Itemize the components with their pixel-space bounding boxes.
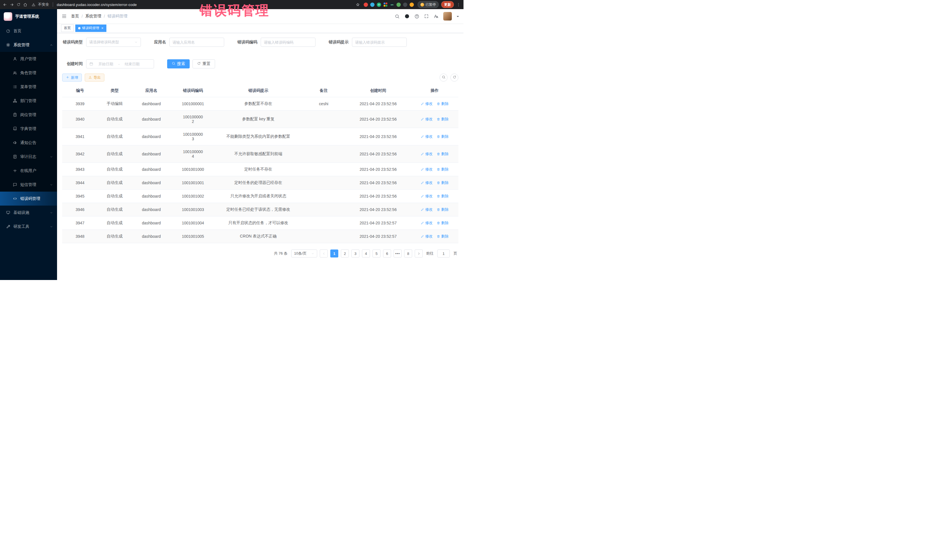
page-button-3[interactable]: 3 (351, 249, 359, 258)
error-code-input[interactable] (264, 40, 312, 44)
date-range-picker[interactable]: - (86, 59, 154, 68)
profile-avatar-icon[interactable] (410, 3, 414, 7)
update-button[interactable]: 更新 (441, 1, 454, 8)
table-toolbar: 新增 导出 (62, 74, 458, 82)
next-page-button[interactable] (415, 249, 423, 258)
caret-down-icon[interactable] (457, 16, 459, 18)
extension-red-icon[interactable] (364, 3, 368, 7)
sidebar-item-notice[interactable]: 通知公告 (0, 136, 57, 150)
edit-link[interactable]: 修改 (421, 194, 433, 199)
breadcrumb-item[interactable]: 首页 (71, 14, 79, 19)
sidebar-item-menu[interactable]: 菜单管理 (0, 80, 57, 94)
table-header-row: 编号类型应用名错误码编码错误码提示备注创建时间操作 (62, 84, 458, 97)
browser-menu-kebab-icon[interactable] (456, 3, 460, 7)
extension-dark-icon[interactable] (403, 3, 407, 7)
app-logo[interactable]: 芋道管理系统 (0, 9, 57, 24)
calendar-icon (89, 62, 93, 66)
forward-icon[interactable] (10, 3, 14, 7)
table-cell: 3947 (62, 216, 98, 230)
help-icon[interactable] (415, 14, 419, 19)
home-icon[interactable] (23, 3, 27, 7)
edit-link[interactable]: 修改 (421, 207, 433, 212)
edit-link[interactable]: 修改 (421, 234, 433, 239)
extension-leaf-icon[interactable] (397, 3, 401, 7)
sidebar-item-audit[interactable]: 审计日志 (0, 150, 57, 164)
table-cell: 2021-04-20 23:52:56 (345, 146, 411, 163)
end-date-input[interactable] (122, 62, 143, 66)
tag-home[interactable]: 首页 (61, 24, 74, 32)
page-button-4[interactable]: 4 (362, 249, 370, 258)
edit-link[interactable]: 修改 (421, 117, 433, 122)
error-hint-input[interactable] (355, 40, 404, 44)
table-cell: dashboard (132, 128, 171, 146)
export-button[interactable]: 导出 (85, 74, 104, 82)
add-button[interactable]: 新增 (62, 74, 82, 82)
hamburger-icon[interactable] (62, 14, 67, 19)
github-icon[interactable] (404, 14, 410, 19)
app-name-input[interactable] (173, 40, 221, 44)
page-button-1[interactable]: 1 (330, 249, 338, 258)
tag-error-code[interactable]: 错误码管理× (75, 24, 106, 32)
delete-link[interactable]: 删除 (437, 117, 449, 122)
sidebar-item-home[interactable]: 首页 (0, 24, 57, 38)
search-button-label: 搜索 (177, 61, 185, 67)
error-type-select[interactable]: 请选择错误码类型 (86, 38, 141, 47)
search-icon[interactable] (395, 14, 400, 19)
goto-page-input[interactable] (437, 249, 450, 258)
breadcrumb-item[interactable]: 系统管理 (85, 14, 101, 19)
sidebar-item-online[interactable]: 在线用户 (0, 164, 57, 178)
delete-link[interactable]: 删除 (437, 234, 449, 239)
edit-link[interactable]: 修改 (421, 101, 433, 106)
edit-link[interactable]: 修改 (421, 167, 433, 172)
sidebar-item-errorcode[interactable]: 错误码管理 (0, 191, 57, 206)
extension-grid-icon[interactable] (383, 3, 388, 7)
proxy-on-badge-icon[interactable]: on (390, 3, 394, 7)
delete-link[interactable]: 删除 (437, 134, 449, 139)
delete-link[interactable]: 删除 (437, 207, 449, 212)
edit-link[interactable]: 修改 (421, 220, 433, 226)
avatar[interactable] (443, 12, 452, 21)
edit-link[interactable]: 修改 (421, 180, 433, 185)
vue-devtools-icon[interactable]: V (377, 3, 381, 7)
delete-link[interactable]: 删除 (437, 220, 449, 226)
font-size-icon[interactable] (433, 14, 438, 19)
page-button-5[interactable]: 5 (372, 249, 380, 258)
edit-link[interactable]: 修改 (421, 134, 433, 139)
back-icon[interactable] (3, 3, 7, 7)
fullscreen-icon[interactable] (424, 14, 429, 18)
paused-badge[interactable]: 已暂停 (418, 1, 439, 8)
bookmark-star-icon[interactable] (356, 3, 360, 7)
sidebar-item-post[interactable]: 岗位管理 (0, 108, 57, 122)
search-button[interactable]: 搜索 (167, 59, 190, 68)
tag-close-icon[interactable]: × (101, 26, 103, 30)
reset-button[interactable]: 重置 (193, 59, 215, 68)
table-cell: 只有开启状态的任务，才可以修改 (215, 216, 302, 230)
sidebar-item-sms[interactable]: 短信管理 (0, 178, 57, 191)
prev-page-button[interactable] (320, 249, 328, 258)
extension-blue-icon[interactable] (370, 3, 374, 7)
refresh-table-button[interactable] (450, 74, 458, 82)
sidebar-item-system[interactable]: 系统管理 (0, 38, 57, 52)
date-separator: - (119, 62, 120, 66)
sidebar-item-devtool[interactable]: 研发工具 (0, 220, 57, 234)
delete-link[interactable]: 删除 (437, 167, 449, 172)
sidebar-item-dict[interactable]: 字典管理 (0, 122, 57, 136)
edit-link[interactable]: 修改 (421, 152, 433, 156)
sidebar-item-role[interactable]: 角色管理 (0, 66, 57, 80)
security-label[interactable]: 不安全 (38, 2, 49, 7)
toggle-search-button[interactable] (439, 74, 448, 82)
page-button-2[interactable]: 2 (341, 249, 349, 258)
sidebar-item-user[interactable]: 用户管理 (0, 52, 57, 66)
sidebar-item-dept[interactable]: 部门管理 (0, 94, 57, 108)
page-button-8[interactable]: 8 (404, 249, 412, 258)
reload-icon[interactable] (17, 3, 21, 6)
delete-link[interactable]: 删除 (437, 194, 449, 199)
page-button-6[interactable]: 6 (383, 249, 391, 258)
delete-link[interactable]: 删除 (437, 101, 449, 106)
delete-link[interactable]: 删除 (437, 152, 449, 156)
more-pages-button[interactable]: ••• (394, 249, 401, 258)
sidebar-item-infra[interactable]: 基础设施 (0, 206, 57, 220)
page-size-select[interactable]: 10条/页 (291, 249, 317, 258)
delete-link[interactable]: 删除 (437, 180, 449, 185)
start-date-input[interactable] (95, 62, 116, 66)
